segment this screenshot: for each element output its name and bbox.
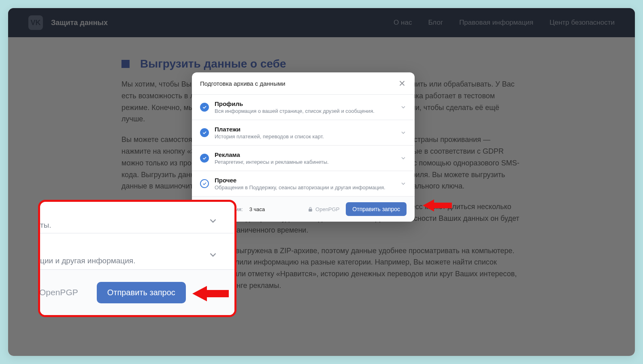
category-profile[interactable]: Профиль Вся информация о вашей странице,… [192,94,415,120]
openpgp-label: OpenPGP [315,206,339,212]
category-desc: Обращения в Поддержку, сеансы авторизаци… [215,184,394,190]
checkbox-checked-icon[interactable] [200,154,209,163]
modal-title: Подготовка архива с данными [200,80,285,87]
openpgp-label[interactable]: OpenPGP [39,288,78,297]
category-desc: Ретаргетинг, интересы и рекламные кабине… [215,159,394,165]
category-ads[interactable]: Реклама Ретаргетинг, интересы и рекламны… [192,145,415,171]
zoom-row: ции и другая информация. [40,233,234,270]
checkbox-checked-icon[interactable] [200,103,209,112]
modal-header: Подготовка архива с данными [192,72,415,94]
chevron-down-icon[interactable] [400,104,407,110]
send-request-button[interactable]: Отправить запрос [346,202,407,216]
category-title: Профиль [215,100,394,107]
chevron-down-icon[interactable] [400,129,407,136]
chevron-down-icon[interactable] [400,180,407,187]
category-title: Платежи [215,126,394,133]
archive-modal: Подготовка архива с данными Профиль Вся … [192,72,415,222]
openpgp-option[interactable]: OpenPGP [308,206,339,212]
zoom-text-fragment: ты. [40,221,51,230]
zoom-text-fragment: ции и другая информация. [40,256,135,265]
checkbox-checked-icon[interactable] [200,128,209,137]
chevron-down-icon[interactable] [208,250,218,260]
category-title: Прочее [215,177,394,184]
annotation-arrow-icon [192,286,229,301]
app-frame: VK Защита данных О нас Блог Правовая инф… [8,8,635,356]
category-desc: Вся информация о вашей странице, список … [215,108,394,114]
chevron-down-icon[interactable] [208,216,218,226]
category-desc: История платежей, переводов и список кар… [215,133,394,140]
category-other[interactable]: Прочее Обращения в Поддержку, сеансы авт… [192,171,415,196]
wait-time: 3 часа [249,206,265,212]
send-request-button[interactable]: Отправить запрос [97,282,186,303]
close-icon[interactable] [398,79,407,88]
zoom-row: ты. [40,202,234,233]
chevron-down-icon[interactable] [400,155,407,161]
category-title: Реклама [215,151,394,158]
category-payments[interactable]: Платежи История платежей, переводов и сп… [192,120,415,145]
checkbox-partial-icon[interactable] [200,179,209,188]
lock-icon [308,207,313,212]
annotation-arrow-icon [423,199,452,211]
